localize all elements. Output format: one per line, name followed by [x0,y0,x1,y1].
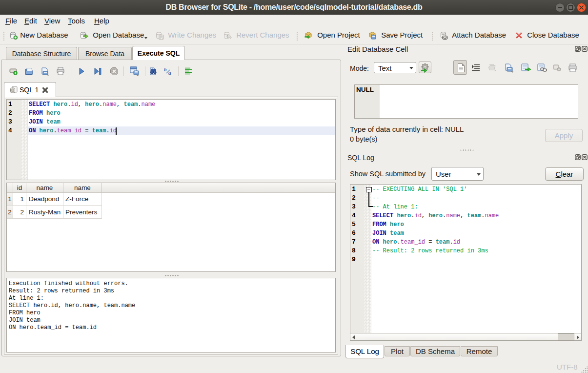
svg-text:b: b [164,67,167,72]
